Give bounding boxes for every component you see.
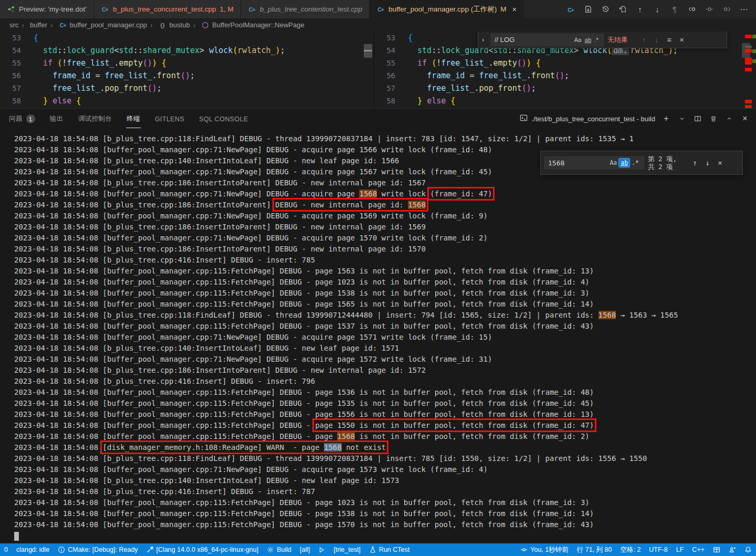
statusbar-item-indentation[interactable]: 空格: 2 xyxy=(616,543,645,556)
timeline-history-icon[interactable] xyxy=(601,5,610,14)
find-next-icon[interactable]: ↓ xyxy=(652,36,661,44)
statusbar-item-build[interactable]: Build xyxy=(262,543,296,556)
split-terminal-icon[interactable] xyxy=(693,114,702,123)
terminal-dropdown-icon[interactable] xyxy=(677,114,687,123)
find-toggle-ab[interactable]: ab xyxy=(618,158,630,167)
render-whitespace-icon[interactable]: ¶ xyxy=(670,5,679,14)
tab-label: b_plus_tree_concurrent_test.cpp xyxy=(113,5,216,13)
find-previous-icon[interactable]: ↑ xyxy=(639,36,648,44)
next-change-arrow-icon[interactable]: ↓ xyxy=(653,5,662,14)
status-label: You, 1秒钟前 xyxy=(530,545,569,554)
open-changes-icon[interactable] xyxy=(618,5,627,14)
breadcrumb-item-symbol[interactable]: BufferPoolManager::NewPage xyxy=(190,21,304,29)
editor-find-input[interactable]: // LOG Aaab.* xyxy=(491,34,604,46)
panel-tab-终端[interactable]: 终端 xyxy=(126,109,141,128)
close-panel-icon[interactable]: × xyxy=(740,114,750,123)
tab-b-plus-tree-contention-test[interactable]: b_plus_tree_contention_test.cpp xyxy=(241,0,370,18)
line-number: 57 xyxy=(374,82,408,95)
tab-preview-my-tree-dot[interactable]: Preview: 'my-tree.dot' xyxy=(0,0,94,18)
previous-change-arrow-icon[interactable]: ↑ xyxy=(635,5,645,14)
breadcrumb-item-buffer[interactable]: buffer xyxy=(18,21,47,29)
log-timestamp: 2023-04-18 18:54:08 xyxy=(14,145,103,154)
line-number: 57 xyxy=(0,82,34,95)
annotation-red-box: (frame_id: 47) xyxy=(430,190,492,198)
close-icon[interactable]: × xyxy=(512,5,517,13)
find-toggle-Aa[interactable]: Aa xyxy=(572,36,583,44)
code-line: 56 frame_id = free_list_.front(); xyxy=(374,69,756,82)
statusbar-item-clangd[interactable]: clangd: idle xyxy=(12,543,54,556)
panel-tab-GITLENS[interactable]: GITLENS xyxy=(154,110,185,128)
panel-tab-SQL CONSOLE[interactable]: SQL CONSOLE xyxy=(198,110,249,128)
diff-editor-original-pane[interactable]: 53{54 std::lock_guard<std::shared_mutex>… xyxy=(0,32,374,108)
toggle-replace-chevron-icon[interactable]: › xyxy=(482,36,487,44)
panel-tab-问题[interactable]: 问题1 xyxy=(8,109,36,128)
statusbar-item-encoding[interactable]: UTF-8 xyxy=(645,543,671,556)
log-timestamp: 2023-04-18 18:54:08 xyxy=(14,333,103,341)
panel-tab-调试控制台[interactable]: 调试控制台 xyxy=(78,109,113,128)
terminal-icon xyxy=(520,114,528,123)
more-actions-icon[interactable]: ⋯ xyxy=(739,5,749,14)
log-timestamp: 2023-04-18 18:54:08 xyxy=(14,454,103,463)
code-token: { xyxy=(536,58,541,68)
statusbar-item-count[interactable]: 0 xyxy=(0,543,12,556)
find-in-selection-icon[interactable]: ≡ xyxy=(665,36,674,44)
kill-terminal-icon[interactable] xyxy=(709,114,718,123)
breadcrumb-item-file[interactable]: buffer_pool_manager.cpp xyxy=(47,21,147,29)
overview-ruler-mark xyxy=(752,49,756,53)
terminal-output[interactable]: 2023-04-18 18:54:08 [b_plus_tree.cpp:118… xyxy=(0,129,756,543)
close-icon[interactable]: × xyxy=(716,159,724,167)
save-all-icon[interactable] xyxy=(583,5,593,14)
close-icon[interactable]: × xyxy=(677,36,686,44)
scrollbar-slider[interactable] xyxy=(364,44,372,58)
statusbar-item-launch-target[interactable]: [trie_test] xyxy=(329,543,364,556)
find-toggle-ab[interactable]: ab xyxy=(583,36,593,44)
code-text: if (!free_list_.empty()) { xyxy=(34,57,166,69)
cpp-file-icon[interactable] xyxy=(566,5,575,14)
code-token: . xyxy=(114,58,119,68)
statusbar-item-feedback-icon[interactable] xyxy=(724,543,740,556)
statusbar-item-cmake[interactable]: CMake: [Debug]: Ready xyxy=(54,543,142,556)
breadcrumb-item-src[interactable]: src xyxy=(9,21,18,29)
statusbar-item-eol[interactable]: LF xyxy=(672,543,688,556)
find-next-icon[interactable]: ↓ xyxy=(703,159,712,167)
tab-b-plus-tree-concurrent-test[interactable]: b_plus_tree_concurrent_test.cpp 1, M xyxy=(94,0,241,18)
tab-buffer-pool-manager-working-tree[interactable]: buffer_pool_manager.cpp (工作树) M × xyxy=(370,0,524,18)
statusbar-item-build-target[interactable]: [all] xyxy=(296,543,314,556)
maximize-panel-icon[interactable] xyxy=(724,114,734,123)
code-token: { xyxy=(450,96,455,106)
log-text: [buffer_pool_manager.cpp:115:FetchPage] … xyxy=(103,410,594,418)
next-diff-icon[interactable] xyxy=(722,5,731,14)
panel-tab-输出[interactable]: 输出 xyxy=(49,109,64,128)
statusbar-item-language[interactable]: C++ xyxy=(688,543,709,556)
terminal-log-line: 2023-04-18 18:54:08 [buffer_pool_manager… xyxy=(14,464,756,475)
current-diff-icon[interactable] xyxy=(705,5,714,14)
diff-editor-modified-pane[interactable]: 53{54 std::lock_guard<std::shared_mutex>… xyxy=(374,32,756,108)
editor-tab-bar: Preview: 'my-tree.dot' b_plus_tree_concu… xyxy=(0,0,756,18)
terminal-log-line: 2023-04-18 18:54:08 [buffer_pool_manager… xyxy=(14,332,756,343)
find-toggle-[interactable]: .* xyxy=(593,36,600,44)
statusbar-item-ctest[interactable]: Run CTest xyxy=(365,543,414,556)
code-token: pop_front xyxy=(479,83,521,93)
statusbar-item-launch[interactable] xyxy=(314,543,329,556)
code-token: frame_id xyxy=(52,71,90,80)
terminal-title[interactable]: ./test/b_plus_tree_concurrent_test - bui… xyxy=(520,114,655,123)
find-previous-icon[interactable]: ↑ xyxy=(690,159,699,167)
code-token: ) xyxy=(527,58,531,68)
new-terminal-icon[interactable]: + xyxy=(662,114,671,123)
statusbar-item-notifications-icon[interactable] xyxy=(740,543,756,556)
statusbar-item-blame[interactable]: You, 1秒钟前 xyxy=(516,543,573,556)
terminal-find-input[interactable]: 1568 Aaab.* xyxy=(544,156,644,169)
log-text: → 1563 → 1565 xyxy=(616,311,678,319)
find-toggle-[interactable]: .* xyxy=(630,159,640,167)
statusbar-item-table-icon[interactable] xyxy=(709,543,724,556)
statusbar-item-cursor-position[interactable]: 行 71, 列 80 xyxy=(573,543,616,556)
previous-diff-icon[interactable] xyxy=(687,5,697,14)
statusbar-item-kit[interactable]: [Clang 14.0.0 x86_64-pc-linux-gnu] xyxy=(142,543,263,556)
status-label: Build xyxy=(277,546,291,553)
code-token xyxy=(427,58,432,68)
log-text: [buffer_pool_manager.cpp:71:NewPage] DEB… xyxy=(103,355,492,363)
log-text: [b_plus_tree.cpp:118:FindLeaf] DEBUG - t… xyxy=(103,134,634,143)
terminal-log-line: 2023-04-18 18:54:08 [b_plus_tree.cpp:118… xyxy=(14,310,756,321)
breadcrumb-item-namespace[interactable]: bustub xyxy=(147,21,190,29)
find-toggle-Aa[interactable]: Aa xyxy=(608,159,618,167)
